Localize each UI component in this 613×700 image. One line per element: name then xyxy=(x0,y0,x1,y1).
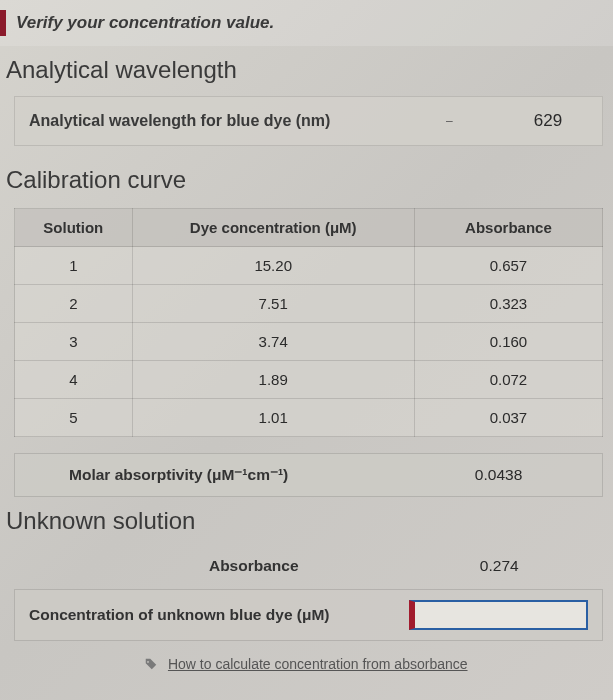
unknown-absorbance-value: 0.274 xyxy=(409,557,589,575)
unknown-concentration-input[interactable] xyxy=(409,600,588,630)
cell-absorbance: 0.072 xyxy=(414,361,602,399)
header-concentration: Dye concentration (μM) xyxy=(132,209,414,247)
cell-concentration: 7.51 xyxy=(132,285,414,323)
verify-alert: Verify your concentration value. xyxy=(0,0,613,46)
unknown-absorbance-label: Absorbance xyxy=(28,557,409,575)
table-row: 4 1.89 0.072 xyxy=(15,361,603,399)
section-heading-calibration-curve: Calibration curve xyxy=(0,156,613,202)
section-heading-analytical-wavelength: Analytical wavelength xyxy=(0,46,613,92)
cell-absorbance: 0.657 xyxy=(414,247,602,285)
analytical-wavelength-value: 629 xyxy=(508,111,588,131)
table-row: 1 15.20 0.657 xyxy=(15,247,603,285)
table-header-row: Solution Dye concentration (μM) Absorban… xyxy=(15,209,603,247)
tag-icon xyxy=(145,658,157,670)
cell-concentration: 3.74 xyxy=(132,323,414,361)
section-heading-unknown-solution: Unknown solution xyxy=(0,497,613,543)
molar-absorptivity-label: Molar absorptivity (μM⁻¹cm⁻¹) xyxy=(29,466,409,484)
unknown-absorbance-row: Absorbance 0.274 xyxy=(14,549,603,583)
cell-solution: 3 xyxy=(15,323,133,361)
molar-absorptivity-value: 0.0438 xyxy=(409,466,588,484)
cell-concentration: 1.01 xyxy=(132,399,414,437)
cell-concentration: 1.89 xyxy=(132,361,414,399)
cell-solution: 5 xyxy=(15,399,133,437)
header-solution: Solution xyxy=(15,209,133,247)
header-absorbance: Absorbance xyxy=(414,209,602,247)
alert-accent-bar xyxy=(0,10,6,36)
table-row: 5 1.01 0.037 xyxy=(15,399,603,437)
dash-icon: – xyxy=(446,114,458,124)
alert-text: Verify your concentration value. xyxy=(16,13,274,33)
calibration-table: Solution Dye concentration (μM) Absorban… xyxy=(14,208,603,437)
cell-absorbance: 0.323 xyxy=(414,285,602,323)
cell-absorbance: 0.037 xyxy=(414,399,602,437)
help-link-row: How to calculate concentration from abso… xyxy=(0,641,613,683)
cell-concentration: 15.20 xyxy=(132,247,414,285)
cell-solution: 1 xyxy=(15,247,133,285)
unknown-concentration-row: Concentration of unknown blue dye (μM) xyxy=(14,589,603,641)
molar-absorptivity-row: Molar absorptivity (μM⁻¹cm⁻¹) 0.0438 xyxy=(14,453,603,497)
cell-solution: 2 xyxy=(15,285,133,323)
table-row: 3 3.74 0.160 xyxy=(15,323,603,361)
analytical-wavelength-row: Analytical wavelength for blue dye (nm) … xyxy=(14,96,603,146)
cell-absorbance: 0.160 xyxy=(414,323,602,361)
cell-solution: 4 xyxy=(15,361,133,399)
analytical-wavelength-label: Analytical wavelength for blue dye (nm) xyxy=(29,112,436,130)
unknown-concentration-label: Concentration of unknown blue dye (μM) xyxy=(29,606,409,624)
help-link[interactable]: How to calculate concentration from abso… xyxy=(168,656,468,672)
table-row: 2 7.51 0.323 xyxy=(15,285,603,323)
